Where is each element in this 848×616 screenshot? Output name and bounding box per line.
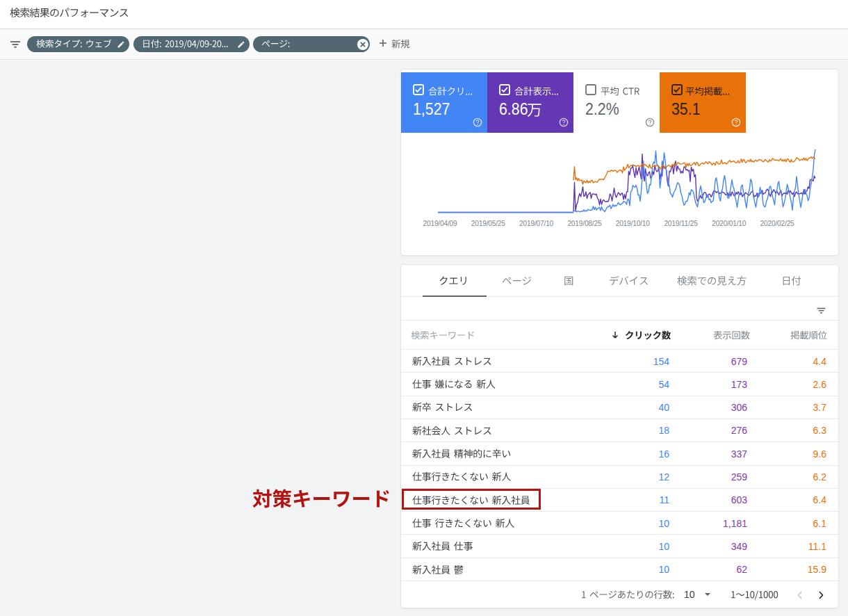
svg-text:2019/11/25: 2019/11/25 <box>664 220 698 227</box>
svg-text:2020/01/10: 2020/01/10 <box>712 220 747 227</box>
svg-text:2019/04/09: 2019/04/09 <box>423 220 458 227</box>
svg-text:2019/05/25: 2019/05/25 <box>471 220 506 227</box>
svg-text:2020/02/25: 2020/02/25 <box>760 220 795 227</box>
svg-text:2019/10/10: 2019/10/10 <box>616 220 651 227</box>
svg-text:2019/07/10: 2019/07/10 <box>519 220 554 227</box>
svg-text:2019/08/25: 2019/08/25 <box>567 220 602 227</box>
